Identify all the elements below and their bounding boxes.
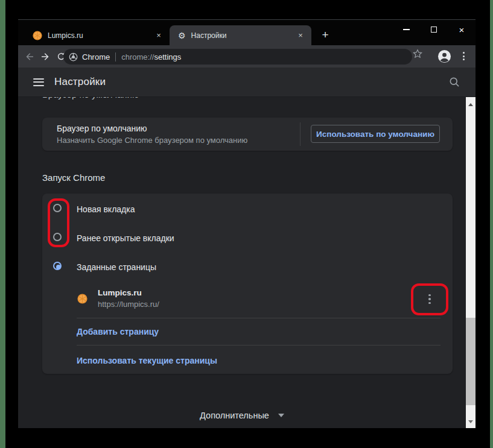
tab-lumpics[interactable]: Lumpics.ru × bbox=[23, 25, 170, 45]
bookmark-button[interactable] bbox=[412, 48, 423, 62]
card-subtitle: Назначить Google Chrome браузером по умо… bbox=[57, 136, 247, 145]
maximize-button[interactable] bbox=[420, 20, 448, 39]
omnibox-site-label: Chrome bbox=[82, 52, 110, 62]
minimize-icon bbox=[403, 29, 410, 30]
window-controls: × bbox=[392, 20, 476, 39]
desktop-wallpaper-right bbox=[490, 0, 493, 448]
startup-section-heading: Запуск Chrome bbox=[42, 172, 105, 183]
omnibox-url-scheme: chrome:// bbox=[121, 52, 154, 62]
chrome-logo-icon bbox=[69, 52, 78, 62]
use-current-pages-link[interactable]: Использовать текущие страницы bbox=[77, 356, 217, 365]
chevron-down-icon bbox=[278, 414, 284, 417]
radio-new-tab[interactable] bbox=[53, 204, 62, 212]
settings-header: Настройки bbox=[18, 68, 476, 97]
close-icon: × bbox=[459, 25, 465, 34]
chrome-window: Lumpics.ru × ⚙ Настройки × + × bbox=[18, 19, 476, 428]
address-bar[interactable]: Chrome chrome://settings bbox=[63, 49, 412, 65]
advanced-toggle[interactable]: Дополнительные bbox=[18, 409, 466, 421]
radio-label-previous-tabs[interactable]: Ранее открытые вкладки bbox=[77, 233, 174, 243]
maximize-icon bbox=[431, 27, 437, 33]
tab-close-icon[interactable]: × bbox=[295, 30, 306, 41]
settings-search-button[interactable] bbox=[448, 76, 460, 90]
omnibox-url-path: settings bbox=[154, 52, 181, 62]
profile-button[interactable] bbox=[436, 48, 453, 65]
new-tab-button[interactable]: + bbox=[317, 27, 334, 43]
page-entry-title: Lumpics.ru bbox=[98, 288, 142, 297]
scroll-up-icon[interactable] bbox=[468, 103, 473, 106]
browser-menu-button[interactable] bbox=[456, 48, 471, 64]
avatar-icon bbox=[437, 49, 451, 63]
scrollbar-thumb[interactable] bbox=[466, 318, 476, 405]
hamburger-menu-button[interactable] bbox=[33, 78, 44, 86]
tab-title: Lumpics.ru bbox=[48, 31, 153, 40]
row-divider bbox=[77, 318, 441, 318]
three-dots-icon bbox=[463, 52, 465, 54]
back-button[interactable] bbox=[22, 49, 37, 65]
tab-close-icon[interactable]: × bbox=[153, 30, 164, 41]
radio-label-specific-pages[interactable]: Заданные страницы bbox=[77, 262, 156, 272]
browser-toolbar: Chrome chrome://settings bbox=[18, 45, 476, 68]
card-divider bbox=[300, 122, 301, 146]
startup-card: Новая вкладка Ранее открытые вкладки Зад… bbox=[42, 194, 453, 374]
tab-settings[interactable]: ⚙ Настройки × bbox=[170, 25, 311, 45]
minimize-button[interactable] bbox=[392, 20, 420, 39]
make-default-button[interactable]: Использовать по умолчанию bbox=[311, 125, 440, 143]
search-icon bbox=[448, 76, 460, 88]
scrollbar[interactable] bbox=[466, 97, 476, 428]
page-entry-url: https://lumpics.ru/ bbox=[98, 300, 159, 309]
forward-button[interactable] bbox=[37, 49, 53, 65]
page-title: Настройки bbox=[54, 76, 106, 88]
gear-icon: ⚙ bbox=[178, 31, 186, 40]
default-browser-card: Браузер по умолчанию Назначить Google Ch… bbox=[42, 118, 453, 151]
back-arrow-icon bbox=[24, 51, 35, 62]
tab-strip: Lumpics.ru × ⚙ Настройки × + × bbox=[18, 19, 476, 45]
tab-title: Настройки bbox=[191, 31, 295, 40]
lumpics-orange-icon bbox=[77, 294, 87, 304]
screenshot-canvas: Lumpics.ru × ⚙ Настройки × + × bbox=[0, 0, 493, 448]
omnibox-separator bbox=[115, 52, 116, 62]
advanced-label: Дополнительные bbox=[200, 411, 269, 420]
settings-content: Браузер по умолчанию Браузер по умолчани… bbox=[18, 97, 476, 428]
desktop-wallpaper-left bbox=[0, 0, 5, 448]
scroll-down-icon[interactable] bbox=[468, 420, 473, 423]
forward-arrow-icon bbox=[40, 51, 51, 62]
row-divider bbox=[77, 345, 441, 345]
radio-previous-tabs[interactable] bbox=[53, 233, 62, 241]
radio-label-new-tab[interactable]: Новая вкладка bbox=[77, 204, 135, 214]
add-page-link[interactable]: Добавить страницу bbox=[77, 327, 159, 336]
clipped-section-heading: Браузер по умолчанию bbox=[42, 97, 223, 101]
hamburger-icon bbox=[33, 78, 44, 80]
red-annotation-kebab bbox=[411, 283, 448, 315]
radio-specific-pages[interactable] bbox=[53, 262, 62, 270]
close-window-button[interactable]: × bbox=[448, 20, 476, 39]
card-title: Браузер по умолчанию bbox=[57, 124, 147, 133]
lumpics-orange-icon bbox=[33, 31, 42, 40]
star-icon bbox=[412, 48, 423, 59]
